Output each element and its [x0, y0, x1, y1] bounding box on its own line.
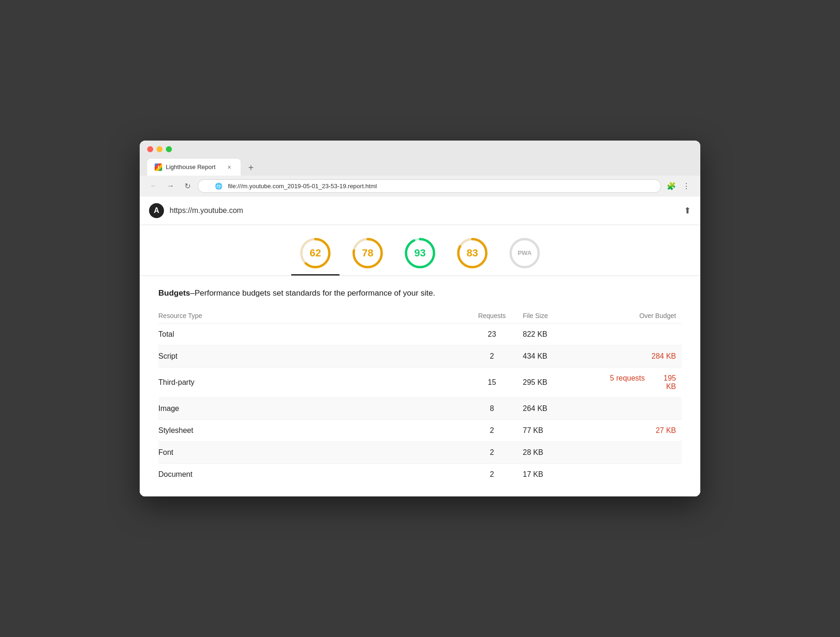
back-icon: ←: [150, 182, 157, 190]
cell-file-size: 822 KB: [523, 324, 607, 346]
window-controls-row: [147, 146, 693, 152]
table-row: Third-party15295 KB5 requests195 KB: [158, 368, 682, 398]
window-controls: [147, 146, 172, 152]
cell-requests: 23: [467, 324, 523, 346]
cell-file-size: 434 KB: [523, 346, 607, 368]
budgets-description: –Performance budgets set standards for t…: [190, 289, 435, 297]
share-button[interactable]: ⬆: [684, 205, 691, 216]
table-row: Script2434 KB284 KB: [158, 346, 682, 368]
table-row: Stylesheet277 KB27 KB: [158, 420, 682, 442]
cell-over-budget: [607, 324, 682, 346]
score-accessibility[interactable]: 78: [343, 236, 392, 276]
budgets-title: Budgets–Performance budgets set standard…: [158, 287, 682, 299]
close-button[interactable]: [147, 146, 153, 152]
col-over-budget: Over Budget: [607, 308, 682, 324]
forward-button[interactable]: →: [164, 179, 177, 192]
lock-icon: 🌐: [215, 183, 222, 190]
score-value-performance: 62: [310, 247, 321, 259]
cell-file-size: 17 KB: [523, 464, 607, 486]
reload-icon: ↻: [185, 182, 191, 191]
cell-resource-type: Script: [158, 346, 467, 368]
col-resource-type: Resource Type: [158, 308, 467, 324]
cell-file-size: 264 KB: [523, 398, 607, 420]
score-value-pwa: PWA: [518, 249, 532, 256]
score-value-accessibility: 78: [362, 247, 373, 259]
cell-requests: 15: [467, 368, 523, 398]
cell-requests: 2: [467, 464, 523, 486]
table-row: Document217 KB: [158, 464, 682, 486]
cell-requests: 2: [467, 442, 523, 464]
toolbar-icons: 🧩 ⋮: [665, 179, 693, 192]
score-circle-best-practices: 93: [403, 236, 437, 270]
budgets-heading: Budgets: [158, 289, 190, 297]
col-requests: Requests: [467, 308, 523, 324]
cell-over-budget: 284 KB: [607, 346, 682, 368]
url-text: file:///m.youtube.com_2019-05-01_23-53-1…: [228, 183, 377, 190]
maximize-button[interactable]: [166, 146, 172, 152]
site-url-text: https://m.youtube.com: [170, 206, 243, 215]
score-seo[interactable]: 83: [448, 236, 497, 276]
table-row: Font228 KB: [158, 442, 682, 464]
cell-over-budget: [607, 464, 682, 486]
active-tab[interactable]: i Lighthouse Report ×: [147, 159, 241, 176]
reload-button[interactable]: ↻: [181, 179, 194, 192]
score-best-practices[interactable]: 93: [396, 236, 444, 276]
score-pwa[interactable]: PWA: [500, 236, 549, 276]
extensions-button[interactable]: 🧩: [665, 179, 678, 192]
score-circle-pwa: PWA: [508, 236, 541, 270]
col-file-size: File Size: [523, 308, 607, 324]
cell-resource-type: Total: [158, 324, 467, 346]
tabs-row: i Lighthouse Report × +: [147, 159, 693, 176]
score-value-seo: 83: [467, 247, 478, 259]
menu-button[interactable]: ⋮: [680, 179, 693, 192]
scores-area: 62 78: [140, 225, 700, 276]
main-content: 62 78: [140, 225, 700, 497]
back-button[interactable]: ←: [147, 179, 160, 192]
score-circle-accessibility: 78: [351, 236, 384, 270]
browser-window: i Lighthouse Report × + ← → ↻ 🌐 file:///…: [140, 141, 700, 497]
score-circle-performance: 62: [299, 236, 332, 270]
address-bar-row: ← → ↻ 🌐 file:///m.youtube.com_2019-05-01…: [140, 176, 700, 197]
cell-requests: 2: [467, 420, 523, 442]
cell-over-budget: 5 requests195 KB: [607, 368, 682, 398]
score-value-best-practices: 93: [414, 247, 426, 259]
score-performance[interactable]: 62: [291, 236, 340, 276]
cell-requests: 8: [467, 398, 523, 420]
cell-over-budget: [607, 398, 682, 420]
score-circle-seo: 83: [456, 236, 489, 270]
cell-resource-type: Image: [158, 398, 467, 420]
cell-resource-type: Font: [158, 442, 467, 464]
address-bar[interactable]: 🌐 file:///m.youtube.com_2019-05-01_23-53…: [198, 179, 661, 193]
minimize-button[interactable]: [157, 146, 163, 152]
site-url-area: A https://m.youtube.com: [149, 203, 243, 218]
cell-file-size: 77 KB: [523, 420, 607, 442]
cell-resource-type: Third-party: [158, 368, 467, 398]
lighthouse-tab-icon: i: [155, 163, 162, 171]
table-row: Total23822 KB: [158, 324, 682, 346]
cell-resource-type: Document: [158, 464, 467, 486]
new-tab-button[interactable]: +: [244, 162, 257, 175]
budgets-section: Budgets–Performance budgets set standard…: [140, 276, 700, 497]
budget-table: Resource Type Requests File Size Over Bu…: [158, 308, 682, 485]
tab-label: Lighthouse Report: [166, 163, 222, 170]
site-header: A https://m.youtube.com ⬆: [140, 197, 700, 225]
cell-file-size: 28 KB: [523, 442, 607, 464]
tab-close-button[interactable]: ×: [226, 163, 233, 172]
cell-resource-type: Stylesheet: [158, 420, 467, 442]
title-bar: i Lighthouse Report × +: [140, 141, 700, 176]
logo-letter: A: [154, 206, 159, 215]
site-logo: A: [149, 203, 164, 218]
cell-requests: 2: [467, 346, 523, 368]
forward-icon: →: [167, 182, 174, 190]
cell-over-budget: [607, 442, 682, 464]
table-header-row: Resource Type Requests File Size Over Bu…: [158, 308, 682, 324]
cell-file-size: 295 KB: [523, 368, 607, 398]
cell-over-budget: 27 KB: [607, 420, 682, 442]
table-row: Image8264 KB: [158, 398, 682, 420]
